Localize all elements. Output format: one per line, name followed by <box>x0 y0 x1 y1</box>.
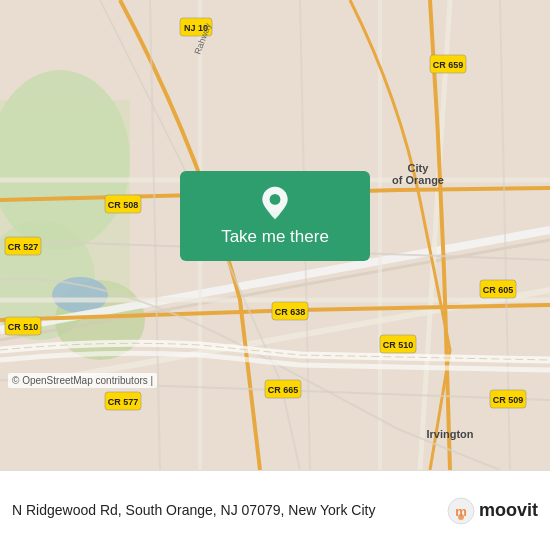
svg-text:CR 510: CR 510 <box>8 322 39 332</box>
svg-text:of Orange: of Orange <box>392 174 444 186</box>
button-label: Take me there <box>221 227 329 247</box>
address-text: N Ridgewood Rd, South Orange, NJ 07079, … <box>12 501 447 521</box>
address-full: N Ridgewood Rd, South Orange, NJ 07079, … <box>12 502 375 518</box>
moovit-name: moovit <box>479 500 538 521</box>
svg-text:CR 508: CR 508 <box>108 200 139 210</box>
bottom-bar: N Ridgewood Rd, South Orange, NJ 07079, … <box>0 470 550 550</box>
svg-point-49 <box>458 514 464 520</box>
svg-text:CR 665: CR 665 <box>268 385 299 395</box>
svg-text:CR 605: CR 605 <box>483 285 514 295</box>
svg-text:Irvington: Irvington <box>426 428 473 440</box>
svg-text:CR 638: CR 638 <box>275 307 306 317</box>
svg-text:City: City <box>408 162 430 174</box>
svg-text:CR 659: CR 659 <box>433 60 464 70</box>
svg-point-46 <box>270 194 281 205</box>
moovit-logo: m moovit <box>447 497 538 525</box>
svg-text:CR 509: CR 509 <box>493 395 524 405</box>
map-view: NJ 10 CR 508 CR 527 CR 510 CR 577 CR 638… <box>0 0 550 470</box>
moovit-icon: m <box>447 497 475 525</box>
take-me-there-button[interactable]: Take me there <box>180 171 370 261</box>
svg-text:CR 527: CR 527 <box>8 242 39 252</box>
svg-text:CR 510: CR 510 <box>383 340 414 350</box>
location-pin-icon <box>257 185 293 221</box>
svg-text:CR 577: CR 577 <box>108 397 139 407</box>
map-attribution: © OpenStreetMap contributors | <box>8 373 157 388</box>
